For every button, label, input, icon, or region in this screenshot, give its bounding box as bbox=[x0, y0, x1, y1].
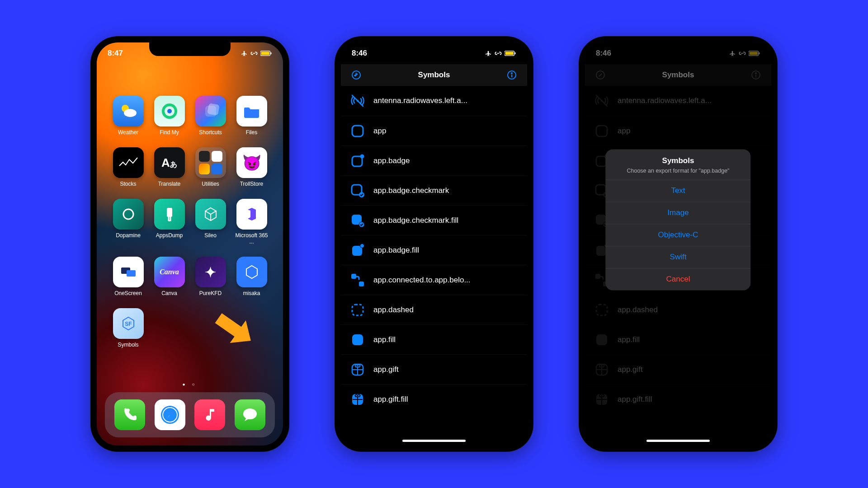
antenna-slash-icon bbox=[350, 93, 365, 108]
svg-rect-10 bbox=[167, 208, 172, 217]
battery-icon bbox=[505, 50, 516, 56]
symbol-row-app-fill[interactable]: app.fill bbox=[341, 324, 527, 354]
app-badge-fill-icon bbox=[350, 243, 365, 258]
sheet-option-image[interactable]: Image bbox=[605, 202, 750, 224]
app-misaka[interactable]: misaka bbox=[233, 257, 271, 296]
app-icon bbox=[350, 123, 365, 139]
messages-app[interactable] bbox=[235, 399, 265, 430]
svg-rect-1 bbox=[261, 52, 269, 55]
sheet-option-swift[interactable]: Swift bbox=[605, 246, 750, 268]
app-gift-fill-icon bbox=[350, 392, 365, 407]
phone-app[interactable] bbox=[114, 399, 145, 430]
nav-bar: Symbols bbox=[341, 64, 527, 86]
status-time: 8:46 bbox=[352, 49, 367, 58]
svg-point-6 bbox=[167, 109, 172, 113]
app-label: Canva bbox=[151, 290, 189, 296]
dock bbox=[105, 392, 275, 437]
airplane-icon bbox=[485, 50, 492, 57]
battery-icon bbox=[260, 50, 272, 56]
safari-app[interactable] bbox=[155, 399, 185, 430]
airplane-icon bbox=[241, 50, 248, 57]
app-onescreen[interactable]: OneScreen bbox=[109, 257, 147, 296]
app-label: AppsDump bbox=[151, 232, 189, 239]
symbol-row-app-badge-checkmark-fill[interactable]: app.badge.checkmark.fill bbox=[341, 205, 527, 235]
app-stocks[interactable]: Stocks bbox=[109, 147, 147, 187]
symbol-row-app[interactable]: app bbox=[341, 116, 527, 145]
home-apps-grid: WeatherFind MyShortcutsFilesStocksAあTran… bbox=[97, 74, 283, 348]
app-badge-check-icon bbox=[350, 183, 365, 198]
svg-point-9 bbox=[123, 209, 133, 219]
nav-info-button[interactable] bbox=[505, 69, 518, 81]
symbols-list[interactable]: antenna.radiowaves.left.a...appapp.badge… bbox=[341, 86, 527, 446]
music-app[interactable] bbox=[194, 399, 225, 430]
app-label: Weather bbox=[109, 129, 147, 136]
status-time: 8:47 bbox=[108, 49, 123, 58]
home-indicator[interactable] bbox=[402, 440, 466, 442]
app-files[interactable]: Files bbox=[233, 96, 271, 136]
app-appsdump[interactable]: AppsDump bbox=[151, 199, 189, 245]
symbol-label: app.badge.checkmark bbox=[373, 186, 449, 195]
app-label: Find My bbox=[151, 129, 189, 136]
app-sileo[interactable]: Sileo bbox=[192, 199, 230, 245]
symbol-label: app.connected.to.app.belo... bbox=[373, 276, 471, 285]
app-symbols[interactable]: SFSymbols bbox=[109, 308, 147, 348]
app-gift-icon bbox=[350, 362, 365, 377]
symbol-label: app bbox=[373, 127, 386, 136]
svg-rect-43 bbox=[352, 305, 363, 315]
sheet-option-objective-c[interactable]: Objective-C bbox=[605, 224, 750, 246]
phone-3-export-sheet: 8:46 Symbols antenna.radiowaves.left.a..… bbox=[579, 36, 778, 452]
app-utilities[interactable]: Utilities bbox=[192, 147, 230, 187]
symbol-row-app-gift-fill[interactable]: app.gift.fill bbox=[341, 384, 527, 414]
symbol-label: antenna.radiowaves.left.a... bbox=[373, 96, 467, 105]
app-label: OneScreen bbox=[109, 290, 147, 296]
link-icon bbox=[495, 51, 502, 56]
svg-point-29 bbox=[511, 73, 512, 74]
symbol-label: app.badge.checkmark.fill bbox=[373, 216, 458, 225]
sheet-option-text[interactable]: Text bbox=[605, 179, 750, 202]
app-label: Sileo bbox=[192, 232, 230, 239]
home-indicator[interactable] bbox=[646, 440, 710, 442]
symbol-row-app-dashed[interactable]: app.dashed bbox=[341, 295, 527, 324]
app-purekfd[interactable]: ✦PureKFD bbox=[192, 257, 230, 296]
symbol-row-app-badge-fill[interactable]: app.badge.fill bbox=[341, 235, 527, 265]
app-label: PureKFD bbox=[192, 290, 230, 296]
app-label: Translate bbox=[151, 181, 189, 187]
symbol-label: app.gift bbox=[373, 365, 399, 374]
app-label: Files bbox=[233, 129, 271, 136]
symbol-row-antenna-radiowaves-left-and-right-slash[interactable]: antenna.radiowaves.left.a... bbox=[341, 86, 527, 116]
app-shortcuts[interactable]: Shortcuts bbox=[192, 96, 230, 136]
sheet-title: Symbols bbox=[613, 157, 742, 166]
app-label: Microsoft 365 ... bbox=[233, 232, 271, 245]
app-label: TrollStore bbox=[233, 181, 271, 187]
svg-point-40 bbox=[360, 244, 364, 248]
symbol-label: app.badge.fill bbox=[373, 246, 419, 255]
svg-rect-2 bbox=[271, 52, 272, 54]
symbol-row-app-connected-to-app-below-fill[interactable]: app.connected.to.app.belo... bbox=[341, 265, 527, 295]
nav-back-compass-button[interactable] bbox=[350, 69, 363, 81]
export-action-sheet: Symbols Choose an export format for "app… bbox=[605, 150, 750, 290]
phone-2-symbols-list: 8:46 Symbols antenna.radiowaves.left.a..… bbox=[335, 36, 533, 452]
app-canva[interactable]: CanvaCanva bbox=[151, 257, 189, 296]
app-fill-icon bbox=[350, 332, 365, 347]
svg-rect-25 bbox=[515, 52, 516, 54]
sheet-subtitle: Choose an export format for "app.badge" bbox=[613, 168, 742, 175]
symbol-row-app-badge-checkmark[interactable]: app.badge.checkmark bbox=[341, 175, 527, 205]
sheet-cancel-button[interactable]: Cancel bbox=[605, 268, 750, 290]
svg-rect-12 bbox=[127, 270, 136, 277]
link-icon bbox=[250, 51, 258, 56]
app-label: Utilities bbox=[192, 181, 230, 187]
app-weather[interactable]: Weather bbox=[109, 96, 147, 136]
symbol-label: app.fill bbox=[373, 335, 396, 344]
app-translate[interactable]: AあTranslate bbox=[151, 147, 189, 187]
app-trollstore[interactable]: 😈TrollStore bbox=[233, 147, 271, 187]
symbol-row-app-badge[interactable]: app.badge bbox=[341, 145, 527, 175]
app-find-my[interactable]: Find My bbox=[151, 96, 189, 136]
symbol-label: app.dashed bbox=[373, 305, 414, 314]
app-dopamine[interactable]: Dopamine bbox=[109, 199, 147, 245]
svg-rect-41 bbox=[351, 274, 356, 279]
app-connected-icon bbox=[350, 272, 365, 288]
phone-1-home: 8:47 WeatherFind MyShortcutsFilesStocksA… bbox=[90, 36, 289, 452]
app-microsoft-365-[interactable]: Microsoft 365 ... bbox=[233, 199, 271, 245]
symbol-label: app.badge bbox=[373, 156, 410, 165]
symbol-row-app-gift[interactable]: app.gift bbox=[341, 354, 527, 384]
